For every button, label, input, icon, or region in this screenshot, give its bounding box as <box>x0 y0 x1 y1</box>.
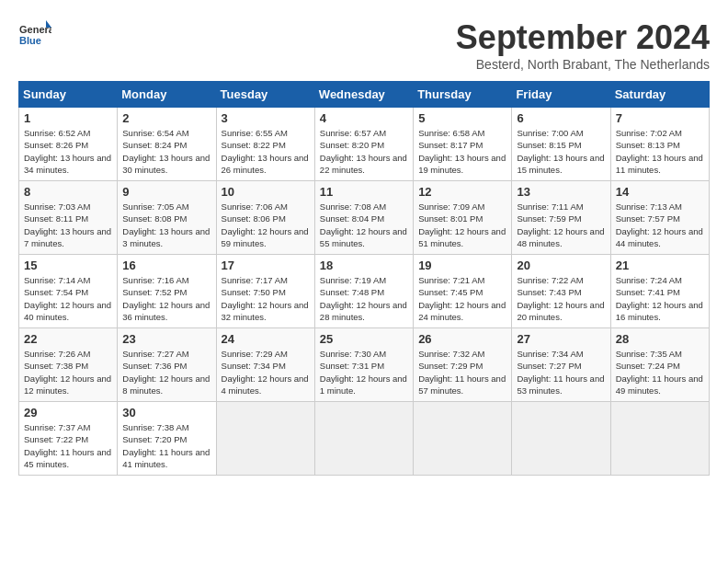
weekday-header-monday: Monday <box>118 82 216 108</box>
day-info: Sunrise: 7:35 AMSunset: 7:24 PMDaylight:… <box>616 348 704 396</box>
calendar-cell: 20 Sunrise: 7:22 AMSunset: 7:43 PMDaylig… <box>512 255 610 328</box>
day-number: 2 <box>122 111 210 125</box>
day-info: Sunrise: 7:34 AMSunset: 7:27 PMDaylight:… <box>517 348 605 396</box>
day-number: 16 <box>122 259 210 272</box>
day-number: 1 <box>24 111 112 125</box>
day-number: 8 <box>24 185 112 199</box>
day-number: 22 <box>24 332 112 346</box>
day-number: 30 <box>122 406 210 419</box>
day-info: Sunrise: 7:16 AMSunset: 7:52 PMDaylight:… <box>122 274 210 323</box>
day-info: Sunrise: 7:24 AMSunset: 7:41 PMDaylight:… <box>616 274 704 323</box>
calendar-cell <box>512 402 610 476</box>
day-number: 9 <box>122 185 210 199</box>
calendar-cell: 10 Sunrise: 7:06 AMSunset: 8:06 PMDaylig… <box>216 181 314 255</box>
day-number: 23 <box>122 332 210 346</box>
week-row-5: 29 Sunrise: 7:37 AMSunset: 7:22 PMDaylig… <box>19 402 710 476</box>
calendar-cell: 14 Sunrise: 7:13 AMSunset: 7:57 PMDaylig… <box>610 181 709 255</box>
calendar-cell: 15 Sunrise: 7:14 AMSunset: 7:54 PMDaylig… <box>19 255 118 328</box>
calendar-cell: 4 Sunrise: 6:57 AMSunset: 8:20 PMDayligh… <box>314 108 413 181</box>
day-number: 19 <box>418 259 506 272</box>
calendar-cell: 2 Sunrise: 6:54 AMSunset: 8:24 PMDayligh… <box>118 108 216 181</box>
weekday-header-tuesday: Tuesday <box>216 82 314 108</box>
day-number: 24 <box>222 332 310 346</box>
calendar-cell: 22 Sunrise: 7:26 AMSunset: 7:38 PMDaylig… <box>19 328 118 402</box>
calendar-cell: 27 Sunrise: 7:34 AMSunset: 7:27 PMDaylig… <box>512 328 610 402</box>
calendar-cell: 11 Sunrise: 7:08 AMSunset: 8:04 PMDaylig… <box>314 181 413 255</box>
day-info: Sunrise: 7:05 AMSunset: 8:08 PMDaylight:… <box>122 201 210 249</box>
day-info: Sunrise: 7:27 AMSunset: 7:36 PMDaylight:… <box>122 348 210 396</box>
calendar-cell: 24 Sunrise: 7:29 AMSunset: 7:34 PMDaylig… <box>216 328 314 402</box>
calendar-cell: 7 Sunrise: 7:02 AMSunset: 8:13 PMDayligh… <box>610 108 709 181</box>
day-info: Sunrise: 6:58 AMSunset: 8:17 PMDaylight:… <box>418 127 506 176</box>
day-number: 13 <box>517 185 605 199</box>
day-info: Sunrise: 7:03 AMSunset: 8:11 PMDaylight:… <box>24 201 112 249</box>
page-header: General Blue September 2024 Besterd, Nor… <box>18 18 710 72</box>
calendar-cell: 5 Sunrise: 6:58 AMSunset: 8:17 PMDayligh… <box>414 108 512 181</box>
logo: General Blue <box>18 18 51 52</box>
day-info: Sunrise: 6:52 AMSunset: 8:26 PMDaylight:… <box>24 127 112 176</box>
day-info: Sunrise: 7:32 AMSunset: 7:29 PMDaylight:… <box>418 348 506 396</box>
day-number: 15 <box>24 259 112 272</box>
day-info: Sunrise: 6:55 AMSunset: 8:22 PMDaylight:… <box>222 127 310 176</box>
day-info: Sunrise: 7:38 AMSunset: 7:20 PMDaylight:… <box>122 421 210 470</box>
calendar-cell: 28 Sunrise: 7:35 AMSunset: 7:24 PMDaylig… <box>610 328 709 402</box>
calendar-cell: 25 Sunrise: 7:30 AMSunset: 7:31 PMDaylig… <box>314 328 413 402</box>
day-info: Sunrise: 7:26 AMSunset: 7:38 PMDaylight:… <box>24 348 112 396</box>
calendar-cell: 8 Sunrise: 7:03 AMSunset: 8:11 PMDayligh… <box>19 181 118 255</box>
week-row-4: 22 Sunrise: 7:26 AMSunset: 7:38 PMDaylig… <box>19 328 710 402</box>
day-info: Sunrise: 7:02 AMSunset: 8:13 PMDaylight:… <box>616 127 704 176</box>
weekday-header-saturday: Saturday <box>610 82 709 108</box>
calendar-table: SundayMondayTuesdayWednesdayThursdayFrid… <box>18 81 710 476</box>
day-info: Sunrise: 7:17 AMSunset: 7:50 PMDaylight:… <box>222 274 310 323</box>
day-number: 7 <box>616 111 704 125</box>
week-row-1: 1 Sunrise: 6:52 AMSunset: 8:26 PMDayligh… <box>19 108 710 181</box>
day-number: 18 <box>320 259 408 272</box>
calendar-cell: 16 Sunrise: 7:16 AMSunset: 7:52 PMDaylig… <box>118 255 216 328</box>
day-info: Sunrise: 7:22 AMSunset: 7:43 PMDaylight:… <box>517 274 605 323</box>
calendar-cell: 6 Sunrise: 7:00 AMSunset: 8:15 PMDayligh… <box>512 108 610 181</box>
calendar-cell <box>216 402 314 476</box>
day-number: 3 <box>222 111 310 125</box>
month-title: September 2024 <box>456 18 710 57</box>
day-number: 29 <box>24 406 112 419</box>
calendar-cell: 17 Sunrise: 7:17 AMSunset: 7:50 PMDaylig… <box>216 255 314 328</box>
svg-text:Blue: Blue <box>19 35 41 46</box>
calendar-cell: 30 Sunrise: 7:38 AMSunset: 7:20 PMDaylig… <box>118 402 216 476</box>
day-number: 27 <box>517 332 605 346</box>
day-info: Sunrise: 7:11 AMSunset: 7:59 PMDaylight:… <box>517 201 605 249</box>
calendar-cell <box>414 402 512 476</box>
day-info: Sunrise: 7:14 AMSunset: 7:54 PMDaylight:… <box>24 274 112 323</box>
day-info: Sunrise: 7:06 AMSunset: 8:06 PMDaylight:… <box>222 201 310 249</box>
weekday-header-thursday: Thursday <box>414 82 512 108</box>
day-info: Sunrise: 7:09 AMSunset: 8:01 PMDaylight:… <box>418 201 506 249</box>
day-number: 6 <box>517 111 605 125</box>
header-row: SundayMondayTuesdayWednesdayThursdayFrid… <box>19 82 710 108</box>
logo-svg: General Blue <box>18 18 51 52</box>
calendar-cell: 26 Sunrise: 7:32 AMSunset: 7:29 PMDaylig… <box>414 328 512 402</box>
day-number: 26 <box>418 332 506 346</box>
day-number: 20 <box>517 259 605 272</box>
weekday-header-friday: Friday <box>512 82 610 108</box>
calendar-cell: 1 Sunrise: 6:52 AMSunset: 8:26 PMDayligh… <box>19 108 118 181</box>
calendar-cell: 19 Sunrise: 7:21 AMSunset: 7:45 PMDaylig… <box>414 255 512 328</box>
calendar-cell: 21 Sunrise: 7:24 AMSunset: 7:41 PMDaylig… <box>610 255 709 328</box>
weekday-header-sunday: Sunday <box>19 82 118 108</box>
calendar-cell: 3 Sunrise: 6:55 AMSunset: 8:22 PMDayligh… <box>216 108 314 181</box>
day-number: 10 <box>222 185 310 199</box>
day-number: 21 <box>616 259 704 272</box>
calendar-cell: 13 Sunrise: 7:11 AMSunset: 7:59 PMDaylig… <box>512 181 610 255</box>
location: Besterd, North Brabant, The Netherlands <box>456 57 710 72</box>
day-number: 17 <box>222 259 310 272</box>
calendar-cell: 9 Sunrise: 7:05 AMSunset: 8:08 PMDayligh… <box>118 181 216 255</box>
day-number: 12 <box>418 185 506 199</box>
day-number: 25 <box>320 332 408 346</box>
day-info: Sunrise: 7:19 AMSunset: 7:48 PMDaylight:… <box>320 274 408 323</box>
day-info: Sunrise: 7:29 AMSunset: 7:34 PMDaylight:… <box>222 348 310 396</box>
day-number: 4 <box>320 111 408 125</box>
day-number: 5 <box>418 111 506 125</box>
day-number: 11 <box>320 185 408 199</box>
week-row-2: 8 Sunrise: 7:03 AMSunset: 8:11 PMDayligh… <box>19 181 710 255</box>
day-number: 14 <box>616 185 704 199</box>
calendar-cell <box>610 402 709 476</box>
day-info: Sunrise: 6:57 AMSunset: 8:20 PMDaylight:… <box>320 127 408 176</box>
